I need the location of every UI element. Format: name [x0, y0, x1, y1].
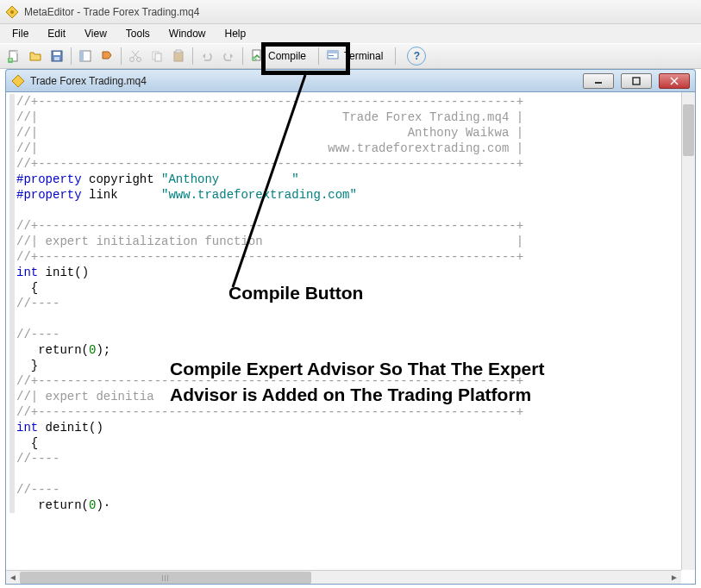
code-comment: //| www.tradeforextrading.com |	[16, 141, 523, 155]
editor-body: //+-------------------------------------…	[5, 91, 696, 585]
svg-point-20	[253, 56, 257, 60]
code-comment: //----	[16, 297, 59, 310]
scroll-right-button[interactable]: ►	[667, 572, 681, 584]
code-keyword: int	[16, 421, 38, 435]
code-comment: //| expert deinitia	[16, 390, 154, 403]
code-comment: //----	[16, 483, 59, 497]
code-comment: //| expert initialization function |	[16, 235, 523, 248]
copy-button[interactable]	[147, 46, 167, 66]
compile-icon	[250, 48, 264, 65]
vertical-scroll-thumb[interactable]	[683, 104, 694, 156]
save-button[interactable]	[47, 46, 67, 66]
svg-point-1	[10, 10, 14, 14]
svg-rect-16	[155, 53, 161, 61]
code-comment: //+-------------------------------------…	[16, 95, 523, 109]
scroll-left-button[interactable]: ◄	[6, 572, 20, 584]
menu-help[interactable]: Help	[216, 26, 255, 41]
svg-point-12	[137, 58, 141, 62]
toolbar-separator	[192, 47, 193, 65]
editor-window: Trade Forex Trading.mq4 //+-------------…	[5, 69, 696, 585]
undo-button[interactable]	[197, 46, 217, 66]
app-title: MetaEditor - Trade Forex Trading.mq4	[24, 6, 199, 18]
terminal-label: Terminal	[344, 50, 383, 62]
horizontal-scrollbar[interactable]: ◄ ||| ►	[6, 570, 681, 584]
open-file-button[interactable]	[25, 46, 46, 66]
toggle-navigator-button[interactable]	[75, 46, 96, 66]
maximize-button[interactable]	[621, 73, 652, 89]
editor-file-name: Trade Forex Trading.mq4	[30, 75, 147, 87]
svg-line-13	[133, 51, 139, 58]
toolbar: + Compile Terminal ?	[0, 43, 701, 69]
svg-rect-8	[54, 57, 59, 60]
new-file-button[interactable]: +	[3, 46, 24, 66]
toolbar-separator	[71, 47, 72, 65]
menu-edit[interactable]: Edit	[39, 26, 74, 41]
app-icon	[5, 5, 19, 19]
app-title-bar: MetaEditor - Trade Forex Trading.mq4	[0, 0, 701, 24]
vertical-scrollbar[interactable]	[681, 92, 695, 570]
code-keyword: int	[16, 266, 38, 279]
file-icon	[11, 74, 25, 88]
horizontal-scroll-thumb[interactable]: |||	[20, 572, 311, 584]
code-comment: //+-------------------------------------…	[16, 219, 523, 233]
redo-button[interactable]	[218, 46, 239, 66]
code-comment: //+-------------------------------------…	[16, 374, 523, 388]
close-button[interactable]	[659, 73, 690, 89]
svg-rect-17	[174, 52, 183, 61]
svg-text:+: +	[9, 56, 13, 63]
svg-rect-18	[176, 50, 181, 53]
code-comment: //+-------------------------------------…	[16, 250, 523, 264]
code-comment: //| Trade Forex Trading.mq4 |	[16, 110, 523, 124]
code-string: "www.tradeforextrading.com"	[161, 188, 357, 202]
menu-window[interactable]: Window	[160, 26, 215, 41]
compile-label: Compile	[268, 50, 306, 62]
svg-rect-10	[80, 51, 84, 61]
minimize-button[interactable]	[583, 73, 614, 89]
code-comment: //+-------------------------------------…	[16, 405, 523, 419]
svg-rect-23	[329, 55, 334, 56]
compile-button[interactable]: Compile	[247, 46, 315, 66]
toolbar-separator	[242, 47, 243, 65]
code-comment: //----	[16, 452, 59, 466]
svg-marker-24	[12, 75, 24, 87]
svg-line-14	[132, 51, 138, 58]
menu-view[interactable]: View	[76, 26, 116, 41]
paste-button[interactable]	[168, 46, 189, 66]
svg-rect-26	[633, 78, 640, 84]
svg-rect-7	[53, 52, 60, 55]
menu-file[interactable]: File	[3, 26, 37, 41]
svg-point-11	[130, 58, 135, 62]
editor-title-bar: Trade Forex Trading.mq4	[5, 69, 696, 91]
menu-tools[interactable]: Tools	[117, 26, 159, 41]
toolbar-separator	[318, 47, 319, 65]
toolbar-separator	[395, 47, 396, 65]
menu-bar: File Edit View Tools Window Help	[0, 24, 701, 43]
horizontal-scroll-track[interactable]: |||	[20, 572, 667, 584]
code-comment: //| Anthony Waikwa |	[16, 126, 523, 140]
toolbar-separator	[121, 47, 122, 65]
svg-rect-3	[16, 51, 18, 53]
code-keyword: #property	[16, 188, 82, 202]
code-comment: //+-------------------------------------…	[16, 157, 523, 171]
help-button[interactable]: ?	[407, 47, 426, 66]
code-area[interactable]: //+-------------------------------------…	[6, 92, 681, 570]
code-string: "Anthony "	[161, 172, 299, 186]
terminal-button[interactable]: Terminal	[322, 46, 391, 66]
toggle-toolbox-button[interactable]	[97, 46, 117, 66]
code-comment: //----	[16, 328, 59, 341]
cut-button[interactable]	[125, 46, 146, 66]
code-keyword: #property	[16, 172, 82, 186]
svg-rect-22	[328, 51, 338, 53]
terminal-icon	[326, 48, 340, 65]
